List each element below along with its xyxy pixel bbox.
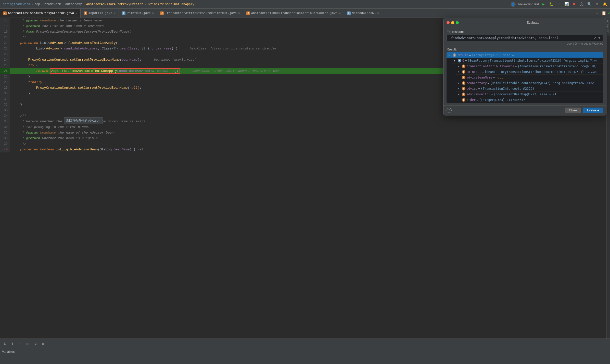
traffic-light-yellow[interactable] (451, 21, 454, 24)
expand-expression-icon[interactable]: ⤢ (594, 36, 596, 40)
result-val-trans: {AnnotationTransactionAttributeSource@23… (518, 64, 597, 68)
sep2: › (41, 3, 43, 6)
traffic-light-green[interactable] (456, 21, 459, 24)
tab-aoputils[interactable]: J AopUtils.java ✕ (81, 9, 119, 18)
result-row-0[interactable]: ▼ ■ 0 = {BeanFactoryTransactionAttribute… (452, 58, 603, 63)
line-number-26: 26 (0, 68, 10, 74)
tab-label-3: Pointcut.java (127, 11, 151, 15)
run-config[interactable]: TransactionTest (525, 2, 531, 7)
stop-icon[interactable]: ⏹ (571, 2, 577, 7)
evaluate-hint: Use ⇧⌘↵ to add to Watches (447, 42, 603, 45)
type-icon-order: f (462, 98, 465, 102)
line-number-19: 19 (0, 29, 10, 35)
breadcrumb-method[interactable]: mfindAdvisorsThatCanApply (148, 3, 194, 6)
tab-pointcut[interactable]: I Pointcut.java ✕ (119, 9, 157, 18)
type-icon-trans: f (462, 64, 465, 68)
settings-icon[interactable]: ⚙ (594, 2, 600, 7)
dropdown-icon[interactable]: ▼ (533, 2, 539, 7)
line-number-18: 18 (0, 23, 10, 29)
result-eq-0: = (465, 59, 467, 62)
translate-icon[interactable]: 文 (579, 2, 584, 7)
notifications-icon[interactable]: 🔔 (602, 2, 607, 7)
view-link-0[interactable]: View (590, 59, 597, 62)
toolbar-btn-grid[interactable]: ⊞ (25, 341, 31, 347)
result-row-trans-attr[interactable]: ▶ f transactionAttributeSource = {Annota… (456, 63, 603, 69)
tabs-more-button[interactable]: ⋯ (593, 11, 601, 15)
toolbar-btn-upload[interactable]: ⬆ (10, 341, 15, 347)
code-line-38: 38 * @return whether the bean is eligibl… (0, 136, 606, 141)
result-key-monitor: adviceMonitor (466, 93, 490, 96)
tab-abstract-advisor[interactable]: J AbstractAdvisorAutoProxyCreator.java ✕ (0, 9, 81, 18)
dropdown-expression-icon[interactable]: ▼ (598, 36, 601, 40)
line-number-22: 22 (0, 46, 10, 51)
tab-close-4[interactable]: ✕ (339, 11, 341, 15)
line-number-31: 31 (0, 96, 10, 102)
line-number-25: 25 (0, 63, 10, 68)
close-button[interactable]: Close (565, 108, 581, 113)
result-row-pointcut[interactable]: ▶ f pointcut = {BeanFactoryTransactionAt… (456, 69, 603, 75)
result-val-root: {ArrayList@3158} size = 1 (472, 53, 518, 57)
expression-icons: ⤢ ▼ (594, 36, 601, 40)
tab-label-6: MethodClassK… (352, 11, 376, 15)
toolbar-btn-step-up[interactable]: ↥ (17, 341, 23, 347)
profile-icon[interactable]: 📊 (564, 2, 569, 7)
tab-close-2[interactable]: ✕ (152, 11, 154, 15)
line-content-39: */ (10, 141, 606, 147)
bottom-toolbar: ⬇ ⬆ ↥ ⊞ ≡ ≣ (0, 339, 610, 349)
type-icon-0: ■ (458, 59, 461, 62)
result-key-pointcut: pointcut (466, 70, 481, 74)
tab-close-5[interactable]: ✕ (377, 11, 379, 15)
result-row-beanfactory[interactable]: ▶ f beanFactory = {DefaultListableBeanFa… (456, 80, 603, 86)
tab-close-0[interactable]: ✕ (75, 11, 77, 15)
tab-close-1[interactable]: ✕ (114, 11, 116, 15)
tab-abstract-fallback[interactable]: J AbstractFallbackTransactionAttributeSo… (243, 9, 344, 18)
debug-icon[interactable]: 🐛 (548, 2, 554, 7)
view-link-beanfactory[interactable]: View (587, 81, 594, 85)
line-number-39: 39 (0, 141, 10, 147)
result-row-root[interactable]: ▶ o result = {ArrayList@3158} size = 1 (447, 52, 603, 58)
interface-icon-3: I (122, 11, 125, 15)
result-eq-advicename: = (493, 76, 495, 79)
coverage-icon[interactable]: ⚡ (556, 2, 562, 7)
line-number-20: 20 (0, 35, 10, 40)
result-val-advice: {TransactionInterceptor@2322} (481, 87, 535, 90)
result-key-beanfactory: beanFactory (466, 81, 487, 85)
search-icon[interactable]: 🔍 (587, 2, 592, 7)
top-right-icons: 👤 ⌖ TransactionTest ▼ ▶ 🐛 ⚡ 📊 ⏹ 文 🔍 ⚙ 🔔 (510, 2, 608, 7)
toolbar-btn-list[interactable]: ≡ (33, 341, 38, 347)
checkmark-icon[interactable]: ✓ (607, 11, 610, 16)
run-icon[interactable]: ▶ (541, 2, 546, 7)
tab-label-2: AopUtils.java (88, 11, 112, 15)
result-row-monitor[interactable]: ▶ f adviceMonitor = {ConcurrentHashMap@1… (456, 92, 603, 97)
help-icon[interactable]: ? (447, 108, 452, 113)
traffic-light-red[interactable] (447, 21, 450, 24)
tab-method-class[interactable]: I MethodClassK… ✕ (344, 9, 382, 18)
tab-close-3[interactable]: ✕ (238, 11, 240, 15)
result-eq-monitor: = (491, 93, 493, 96)
breadcrumb-autoproxy[interactable]: autoproxy (65, 3, 82, 6)
line-number-35: 35 (0, 119, 10, 124)
view-link-pointcut[interactable]: View (591, 70, 598, 73)
result-eq-root: = (469, 53, 471, 57)
arrow-trans: ▶ (458, 64, 461, 68)
expression-input-container[interactable]: .findAdvisorsThatCanApply(candidateAdvis… (447, 35, 603, 41)
result-row-order[interactable]: f order = {Integer@2323} 2147483647 (456, 97, 603, 103)
line-number-32: 32 (0, 102, 10, 108)
toolbar-btn-download[interactable]: ⬇ (2, 341, 8, 347)
breadcrumb-class[interactable]: AbstractAdvisorAutoProxyCreator (86, 3, 143, 6)
bookmark-icon[interactable]: 📋 (601, 11, 606, 16)
result-val-monitor: {ConcurrentHashMap@1773} size = 21 (494, 93, 556, 96)
code-line-37: 37 * @param beanName the name of the Adv… (0, 130, 606, 136)
tab-transaction-pointcut[interactable]: J TransactionAttributeSourcePointcut.jav… (157, 9, 243, 18)
result-row-advice[interactable]: ▶ f advice = {TransactionInterceptor@232… (456, 86, 603, 92)
variables-label: Variables (2, 350, 608, 354)
right-scrollbar[interactable] (606, 18, 610, 339)
type-icon-advicename: f (462, 76, 465, 79)
breadcrumb-spring[interactable]: springframework (3, 3, 30, 6)
line-number-21: 21 (0, 40, 10, 46)
evaluate-button[interactable]: Evaluate (583, 108, 603, 113)
result-row-advice-name[interactable]: f adviceBeanName = null (456, 75, 603, 80)
toolbar-btn-list2[interactable]: ≣ (40, 341, 46, 347)
breadcrumb-framework[interactable]: framework (44, 3, 61, 6)
breadcrumb-aop[interactable]: aop (34, 3, 40, 6)
